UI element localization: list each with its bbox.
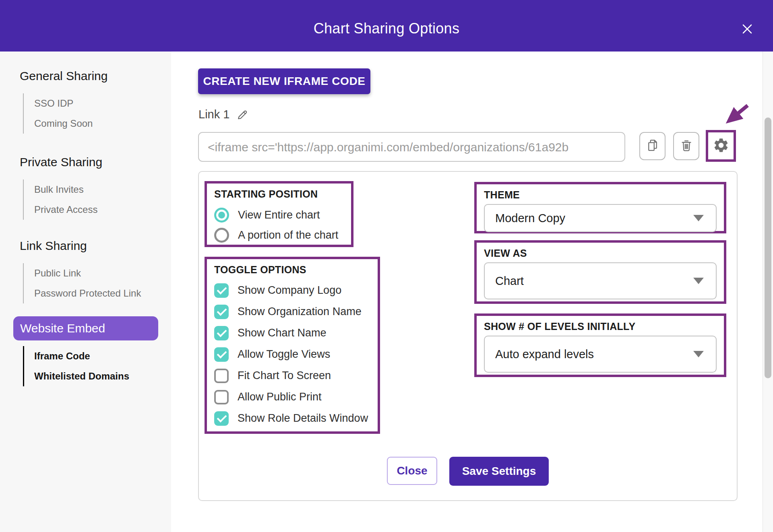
checkbox[interactable] [214, 283, 229, 298]
view-as-dropdown[interactable]: Chart [484, 262, 717, 299]
link-name-label: Link 1 [198, 108, 229, 121]
private-sharing-items: Bulk InvitesPrivate Access [23, 179, 171, 220]
radio-button[interactable] [214, 228, 229, 243]
sidebar-item[interactable]: Iframe Code [34, 346, 171, 366]
radio-option-row: View Entire chart [214, 205, 344, 225]
chevron-down-icon [693, 215, 704, 221]
edit-pencil-icon[interactable] [236, 108, 249, 121]
starting-position-label: STARTING POSITION [214, 188, 344, 200]
section-private-sharing: Private Sharing [20, 155, 171, 169]
levels-value: Auto expand levels [495, 348, 693, 361]
sidebar-item[interactable]: SSO IDP [34, 93, 171, 113]
starting-position-options: View Entire chart A portion of the chart [214, 205, 344, 245]
dialog-header: Chart Sharing Options [0, 0, 773, 52]
theme-value: Modern Copy [495, 212, 693, 225]
gear-icon [713, 137, 730, 155]
annotation-arrow [715, 100, 752, 131]
view-as-label: VIEW AS [484, 247, 717, 259]
toggle-option-row: Show Chart Name [214, 322, 370, 344]
chevron-down-icon [693, 278, 704, 284]
sidebar-item-website-embed[interactable]: Website Embed [13, 316, 158, 340]
toggle-option-row: Fit Chart To Screen [214, 365, 370, 386]
checkbox[interactable] [214, 390, 229, 404]
toggle-option-row: Show Company Logo [214, 280, 370, 301]
copy-button[interactable] [639, 132, 666, 160]
iframe-settings-panel: STARTING POSITION View Entire chart A po… [198, 171, 738, 501]
toggle-options-list: Show Company Logo Show Organization Name… [214, 280, 370, 429]
link-sharing-items: Public LinkPassword Protected Link [23, 263, 171, 303]
panel-actions: Close Save Settings [199, 457, 737, 486]
levels-dropdown[interactable]: Auto expand levels [484, 336, 717, 373]
view-as-value: Chart [495, 274, 693, 288]
settings-button[interactable] [708, 132, 734, 159]
levels-section: SHOW # OF LEVELS INITIALLY Auto expand l… [474, 313, 726, 377]
section-general-sharing: General Sharing [20, 69, 171, 83]
toggle-options-section: TOGGLE OPTIONS Show Company Logo Show Or… [205, 257, 380, 434]
chart-sharing-dialog: Chart Sharing Options General Sharing SS… [0, 0, 773, 532]
sidebar-item[interactable]: Coming Soon [34, 113, 171, 134]
toggle-option-row: Show Organization Name [214, 301, 370, 322]
close-button[interactable]: Close [387, 457, 437, 485]
toggle-option-row: Allow Public Print [214, 386, 370, 408]
sidebar-item[interactable]: Private Access [34, 200, 171, 220]
general-sharing-items: SSO IDPComing Soon [23, 93, 171, 134]
checkbox[interactable] [214, 305, 229, 319]
delete-button[interactable] [673, 132, 699, 160]
iframe-code-row: <iframe src='https://app.organimi.com/em… [198, 132, 736, 162]
radio-button[interactable] [214, 208, 229, 223]
checkbox[interactable] [214, 369, 229, 383]
sidebar-item[interactable]: Bulk Invites [34, 179, 171, 200]
create-new-iframe-code-button[interactable]: CREATE NEW IFRAME CODE [198, 68, 370, 94]
vertical-scrollbar[interactable] [763, 52, 773, 532]
dialog-title: Chart Sharing Options [0, 20, 773, 37]
settings-annotation-box [706, 130, 736, 162]
radio-option-row: A portion of the chart [214, 225, 344, 245]
toggle-option-row: Allow Toggle Views [214, 344, 370, 365]
starting-position-section: STARTING POSITION View Entire chart A po… [205, 181, 353, 247]
link-title-row: Link 1 [198, 108, 249, 121]
theme-dropdown[interactable]: Modern Copy [484, 204, 717, 232]
website-embed-items: Iframe CodeWhitelisted Domains [23, 346, 171, 386]
save-settings-button[interactable]: Save Settings [449, 457, 549, 486]
toggle-option-row: Show Role Details Window [214, 408, 370, 429]
sidebar-item[interactable]: Whitelisted Domains [34, 366, 171, 386]
iframe-code-input[interactable]: <iframe src='https://app.organimi.com/em… [198, 132, 625, 162]
section-link-sharing: Link Sharing [20, 239, 171, 253]
trash-icon [679, 138, 694, 154]
theme-label: THEME [484, 189, 717, 201]
checkbox[interactable] [214, 347, 229, 362]
close-icon[interactable] [739, 21, 755, 37]
checkbox[interactable] [214, 411, 229, 426]
theme-section: THEME Modern Copy [474, 182, 726, 233]
scrollbar-thumb[interactable] [765, 118, 771, 378]
iframe-code-content: CREATE NEW IFRAME CODE Link 1 <iframe sr… [171, 52, 773, 532]
copy-icon [645, 138, 660, 154]
checkbox[interactable] [214, 326, 229, 340]
toggle-options-label: TOGGLE OPTIONS [214, 264, 370, 276]
levels-label: SHOW # OF LEVELS INITIALLY [484, 321, 717, 332]
view-as-section: VIEW AS Chart [474, 240, 726, 304]
sidebar-item[interactable]: Password Protected Link [34, 283, 171, 303]
sharing-sidebar: General Sharing SSO IDPComing Soon Priva… [0, 52, 171, 532]
chevron-down-icon [693, 351, 704, 357]
sidebar-item[interactable]: Public Link [34, 263, 171, 283]
